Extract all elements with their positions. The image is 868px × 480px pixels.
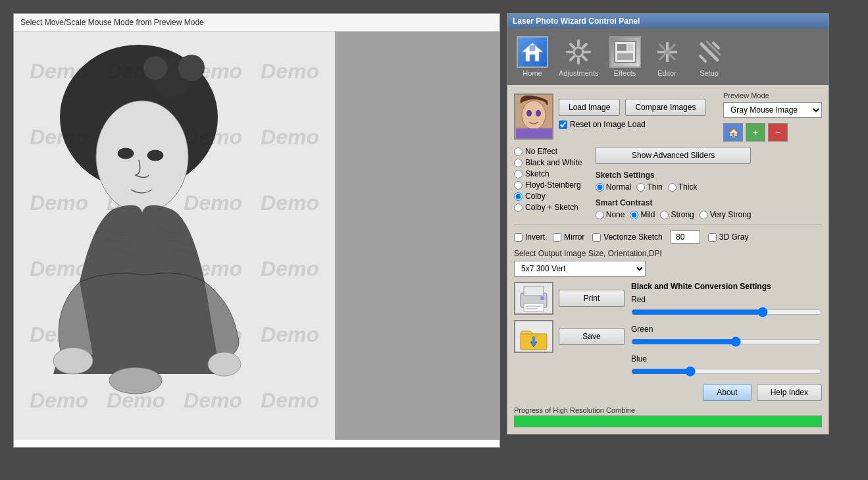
compare-images-button[interactable]: Compare Images: [625, 99, 705, 116]
normal-option[interactable]: Normal: [596, 182, 632, 192]
normal-label: Normal: [606, 182, 632, 192]
about-button[interactable]: About: [703, 384, 751, 401]
svg-point-9: [109, 367, 162, 394]
svg-rect-47: [526, 306, 542, 307]
bw-title: Black and White Conversion Settings: [631, 282, 822, 291]
svg-rect-45: [524, 304, 544, 311]
preview-home-button[interactable]: 🏠: [723, 123, 743, 142]
none-option[interactable]: None: [596, 210, 625, 219]
none-radio[interactable]: [596, 211, 604, 219]
no-effect-row: No Effect: [514, 147, 582, 156]
svg-line-22: [571, 44, 574, 47]
svg-point-40: [526, 110, 532, 117]
svg-rect-29: [628, 44, 633, 51]
3d-gray-label: 3D Gray: [719, 232, 749, 242]
svg-line-23: [583, 57, 586, 60]
printer-icon: [514, 282, 553, 315]
thick-radio[interactable]: [668, 183, 677, 192]
effects-icon: [609, 36, 641, 68]
colby-radio[interactable]: [514, 192, 523, 201]
sketch-area[interactable]: Demo Demo Demo Demo Demo Demo Demo Demo …: [14, 32, 335, 440]
contrast-options: None Mild Strong Very Strong: [596, 210, 752, 219]
colby-sketch-radio[interactable]: [514, 203, 523, 212]
svg-line-25: [571, 57, 574, 60]
colby-row: Colby: [514, 192, 582, 201]
load-image-button[interactable]: Load Image: [559, 99, 620, 116]
sketch-radio[interactable]: [514, 170, 523, 178]
no-effect-label: No Effect: [525, 147, 557, 156]
bw-label: Black and White: [525, 158, 582, 167]
effects-button[interactable]: Effects: [607, 34, 644, 80]
svg-point-6: [147, 150, 163, 161]
thin-option[interactable]: Thin: [636, 182, 662, 192]
very-strong-radio[interactable]: [700, 211, 708, 219]
blue-label: Blue: [631, 354, 822, 363]
invert-checkbox[interactable]: [514, 233, 523, 242]
effects-label: Effects: [614, 69, 636, 77]
mirror-label: Mirror: [564, 232, 584, 242]
svg-rect-48: [526, 308, 538, 309]
thin-label: Thin: [647, 182, 662, 192]
mild-radio[interactable]: [630, 211, 638, 219]
toolbar: Home Adjustment: [507, 28, 829, 85]
vectorize-checkbox[interactable]: [592, 233, 601, 242]
3d-gray-checkbox[interactable]: [708, 233, 717, 242]
strong-option[interactable]: Strong: [660, 210, 694, 219]
save-icon: [514, 320, 553, 353]
svg-point-4: [96, 101, 188, 213]
preview-minus-button[interactable]: −: [768, 123, 788, 142]
red-slider-group: Red: [631, 295, 822, 319]
strong-radio[interactable]: [660, 211, 669, 219]
green-slider[interactable]: [631, 336, 822, 347]
portrait-thumbnail: [514, 93, 553, 140]
reset-checkbox[interactable]: [559, 120, 567, 129]
thick-option[interactable]: Thick: [668, 182, 698, 192]
svg-line-36: [700, 56, 705, 61]
adjustments-button[interactable]: Adjustments: [556, 34, 601, 80]
setup-button[interactable]: Setup: [691, 34, 728, 80]
svg-point-17: [574, 47, 583, 57]
preview-mode-area: Preview Mode Gray Mouse Image 🏠 + −: [723, 92, 822, 142]
svg-line-35: [713, 43, 719, 48]
gray-value-input[interactable]: 80: [671, 230, 700, 244]
floyd-radio[interactable]: [514, 181, 523, 190]
svg-point-2: [178, 55, 205, 81]
mild-option[interactable]: Mild: [630, 210, 655, 219]
blue-slider-group: Blue: [631, 354, 822, 379]
svg-point-5: [118, 148, 134, 159]
sketch-settings-title: Sketch Settings: [596, 171, 752, 180]
preview-mode-select[interactable]: Gray Mouse Image: [723, 102, 822, 118]
svg-point-41: [536, 110, 541, 117]
blue-slider[interactable]: [631, 366, 822, 377]
editor-button[interactable]: Editor: [649, 34, 686, 80]
colby-label: Colby: [525, 192, 546, 201]
floyd-label: Floyd-Steinberg: [525, 180, 581, 190]
show-advanced-button[interactable]: Show Advanced Sliders: [596, 147, 752, 164]
mirror-option: Mirror: [553, 232, 584, 242]
output-select[interactable]: 5x7 300 Vert 4x6 300 Horiz 8x10 300 Vert: [514, 261, 646, 277]
svg-point-8: [208, 352, 241, 376]
print-button[interactable]: Print: [559, 290, 625, 307]
normal-radio[interactable]: [596, 183, 604, 192]
smart-contrast-title: Smart Contrast: [596, 198, 752, 207]
svg-rect-44: [524, 286, 544, 296]
svg-point-3: [143, 56, 167, 80]
red-slider[interactable]: [631, 307, 822, 317]
output-row: Select Output Image Size, Orientation,DP…: [514, 249, 822, 277]
no-effect-radio[interactable]: [514, 147, 523, 156]
preview-plus-button[interactable]: +: [746, 123, 765, 142]
very-strong-option[interactable]: Very Strong: [700, 210, 752, 219]
save-button[interactable]: Save: [559, 328, 625, 345]
print-save-col: Print Save: [514, 282, 625, 401]
output-label: Select Output Image Size, Orientation,DP…: [514, 249, 822, 258]
effects-list: No Effect Black and White Sketch Floyd-S…: [514, 147, 582, 212]
help-button[interactable]: Help Index: [757, 384, 822, 401]
right-panel: Laser Photo Wizard Control Panel Home: [507, 13, 829, 435]
svg-point-7: [53, 348, 93, 374]
sketch-row: Sketch: [514, 169, 582, 178]
bw-radio[interactable]: [514, 159, 523, 167]
thin-radio[interactable]: [636, 183, 645, 192]
setup-icon: [694, 36, 725, 68]
mirror-checkbox[interactable]: [553, 233, 561, 242]
home-button[interactable]: Home: [514, 34, 551, 80]
